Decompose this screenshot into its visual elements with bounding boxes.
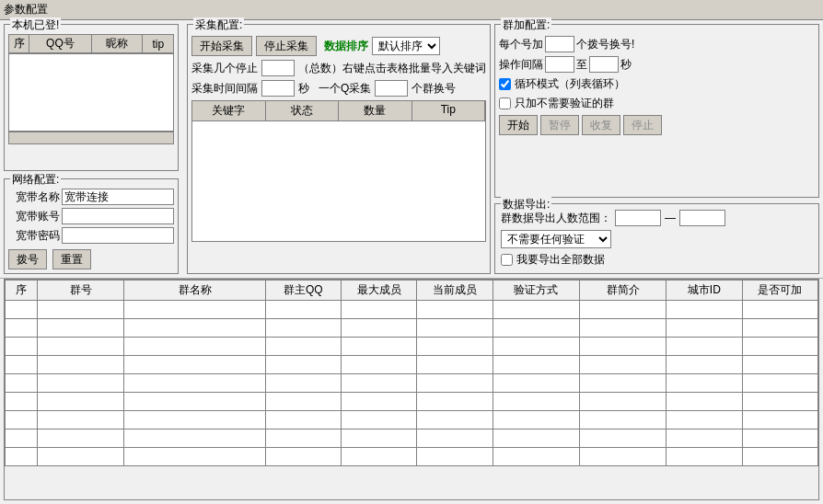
group-add-panel: 群加配置: 每个号加 10 个拨号换号! 操作间隔 1 至 10 秒 循环模式（…	[494, 24, 819, 198]
sort-label: 数据排序	[324, 39, 368, 54]
table-row	[6, 411, 818, 430]
dial-button[interactable]: 拨号	[8, 249, 47, 269]
main-col-joinable: 是否可加	[742, 281, 818, 301]
group-resume-button[interactable]: 收复	[582, 115, 620, 135]
broadband-name-input[interactable]	[62, 189, 174, 205]
group-add-panel-title: 群加配置:	[501, 17, 551, 33]
interval-input[interactable]: 5	[261, 80, 295, 97]
table-row	[6, 430, 818, 448]
export-all-label: 我要导出全部数据	[516, 252, 605, 268]
data-export-panel: 数据导出: 群数据导出人数范围： 100 — 2000 不需要任何验证 需要验证…	[494, 203, 819, 274]
local-table: 序 QQ号 昵称 tip	[8, 34, 174, 53]
bottom-section: 序 群号 群名称 群主QQ 最大成员 当前成员 验证方式 群简介 城市ID 是否…	[0, 279, 823, 504]
main-col-group-name: 群名称	[124, 281, 265, 301]
main-col-owner: 群主QQ	[265, 281, 341, 301]
group-pause-button[interactable]: 暂停	[540, 115, 579, 135]
interval-to-input[interactable]: 10	[589, 56, 619, 73]
range-to-input[interactable]: 2000	[679, 210, 725, 226]
stop-collect-button[interactable]: 停止采集	[256, 36, 317, 56]
broadband-name-label: 宽带名称	[8, 189, 60, 205]
export-all-checkbox[interactable]	[501, 254, 513, 266]
interval-unit: 秒	[298, 81, 309, 97]
range-from-input[interactable]: 100	[615, 210, 661, 226]
broadband-account-input[interactable]	[62, 208, 174, 224]
collect-panel: 采集配置: 开始采集 停止采集 数据排序 默认排序 采集几个停止 50 （总数）…	[187, 24, 491, 274]
table-row	[6, 356, 818, 374]
cycle-mode-checkbox[interactable]	[499, 78, 511, 90]
main-col-group-no: 群号	[38, 281, 124, 301]
kw-col-status: 状态	[266, 101, 340, 120]
broadband-account-label: 宽带账号	[8, 209, 60, 224]
stop-label: 采集几个停止	[191, 61, 258, 76]
table-row	[6, 338, 818, 356]
interval-dash: 至	[576, 57, 587, 73]
local-table-body[interactable]	[8, 53, 174, 132]
main-col-cur-members: 当前成员	[417, 281, 493, 301]
verify-only-checkbox[interactable]	[499, 97, 511, 109]
stop-note: （总数）右键点击表格批量导入关键词	[298, 61, 486, 76]
main-col-city: 城市ID	[667, 281, 742, 301]
col-seq: 序	[9, 35, 29, 53]
per-add-label: 每个号加	[499, 37, 543, 52]
per-q-unit: 个群换号	[412, 81, 456, 97]
network-panel: 网络配置: 宽带名称 宽带账号 宽带密码 拨号 重置	[4, 178, 179, 274]
collect-panel-title: 采集配置:	[193, 17, 244, 33]
col-nickname: 昵称	[91, 35, 143, 53]
sort-select[interactable]: 默认排序	[372, 37, 440, 55]
title-label: 参数配置	[4, 3, 48, 16]
main-col-max-members: 最大成员	[341, 281, 416, 301]
range-label: 群数据导出人数范围：	[501, 211, 611, 226]
interval-label: 采集时间间隔	[191, 81, 258, 97]
replace-label: 个拨号换号!	[576, 37, 634, 52]
kw-col-count: 数量	[339, 101, 412, 120]
local-hscrollbar[interactable]	[8, 132, 174, 144]
table-row	[6, 301, 818, 319]
title-bar: 参数配置	[0, 0, 823, 20]
kw-body[interactable]	[192, 121, 485, 241]
broadband-password-label: 宽带密码	[8, 228, 60, 244]
range-dash: —	[665, 212, 676, 224]
export-panel-title: 数据导出:	[501, 197, 551, 212]
per-q-label: 一个Q采集	[319, 81, 371, 97]
kw-col-tip: Tip	[412, 101, 486, 120]
reset-button[interactable]: 重置	[52, 249, 91, 269]
table-row	[6, 448, 818, 466]
verify-only-label: 只加不需要验证的群	[515, 96, 614, 111]
table-row	[6, 374, 818, 393]
main-col-seq: 序	[6, 281, 38, 301]
table-row	[6, 393, 818, 411]
col-qq: QQ号	[29, 35, 91, 53]
main-col-verify: 验证方式	[493, 281, 579, 301]
verify-select[interactable]: 不需要任何验证 需要验证	[501, 230, 611, 248]
stop-count-input[interactable]: 50	[261, 60, 295, 76]
cycle-mode-label: 循环模式（列表循环）	[515, 76, 625, 92]
kw-header: 关键字 状态 数量 Tip	[192, 101, 485, 121]
group-start-button[interactable]: 开始	[499, 115, 538, 135]
col-tip: tip	[143, 35, 174, 53]
local-panel-title: 本机已登!	[10, 17, 61, 33]
per-add-input[interactable]: 10	[545, 36, 574, 52]
group-stop-button[interactable]: 停止	[623, 115, 662, 135]
start-collect-button[interactable]: 开始采集	[191, 36, 252, 56]
network-panel-title: 网络配置:	[10, 172, 61, 188]
interval-unit2: 秒	[620, 57, 632, 73]
broadband-password-input[interactable]	[62, 227, 174, 244]
table-row	[6, 319, 818, 338]
main-table: 序 群号 群名称 群主QQ 最大成员 当前成员 验证方式 群简介 城市ID 是否…	[5, 280, 818, 466]
kw-col-keyword: 关键字	[192, 101, 266, 120]
per-q-input[interactable]: 50	[375, 80, 408, 97]
main-table-body	[6, 301, 818, 466]
keywords-table: 关键字 状态 数量 Tip	[191, 100, 486, 242]
main-col-intro: 群简介	[579, 281, 666, 301]
interval-from-input[interactable]: 1	[545, 56, 574, 73]
interval-label2: 操作间隔	[499, 57, 543, 73]
local-panel: 本机已登! 序 QQ号 昵称 tip	[4, 24, 179, 171]
